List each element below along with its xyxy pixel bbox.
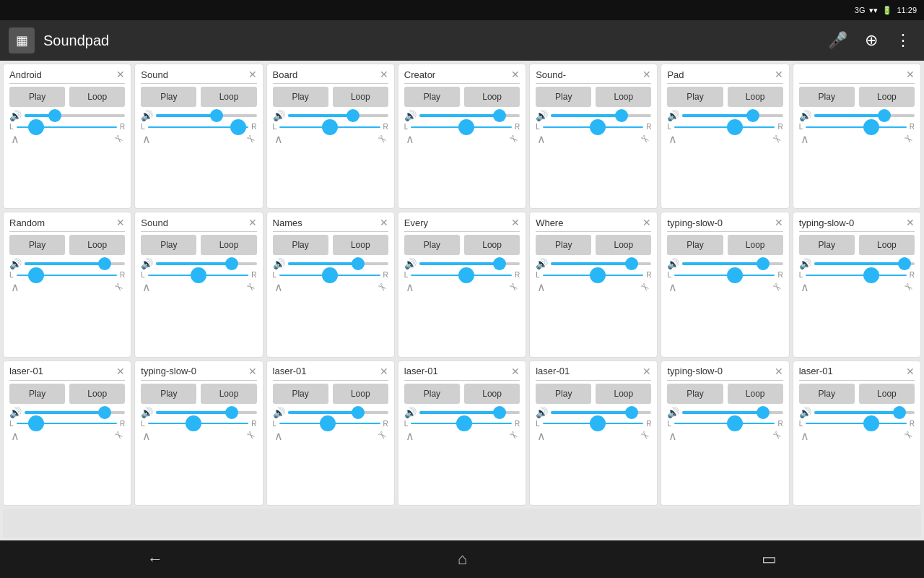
volume-track[interactable]: [419, 411, 520, 414]
pan-track[interactable]: [806, 275, 907, 276]
pin-icon[interactable]: ✂: [902, 428, 916, 443]
close-button[interactable]: ✕: [906, 69, 915, 80]
pan-track[interactable]: [411, 275, 512, 276]
expand-icon[interactable]: ∧: [11, 429, 19, 443]
pan-thumb[interactable]: [727, 267, 743, 283]
play-button[interactable]: Play: [536, 384, 591, 404]
volume-thumb[interactable]: [615, 109, 628, 122]
pin-icon[interactable]: ✂: [902, 132, 916, 147]
pan-track[interactable]: [148, 423, 248, 424]
pan-thumb[interactable]: [458, 119, 474, 135]
pan-thumb[interactable]: [28, 267, 44, 283]
volume-thumb[interactable]: [352, 257, 365, 270]
expand-icon[interactable]: ∧: [537, 429, 546, 443]
play-button[interactable]: Play: [141, 235, 196, 255]
volume-thumb[interactable]: [746, 109, 759, 122]
pin-icon[interactable]: ✂: [244, 132, 258, 147]
volume-thumb[interactable]: [48, 109, 61, 122]
play-button[interactable]: Play: [273, 87, 328, 107]
close-button[interactable]: ✕: [775, 217, 783, 228]
expand-icon[interactable]: ∧: [801, 132, 809, 146]
loop-button[interactable]: Loop: [728, 384, 783, 404]
play-button[interactable]: Play: [273, 235, 328, 255]
play-button[interactable]: Play: [536, 87, 591, 107]
loop-button[interactable]: Loop: [333, 87, 388, 107]
volume-thumb[interactable]: [493, 406, 506, 419]
pan-track[interactable]: [279, 126, 380, 128]
expand-icon[interactable]: ∧: [668, 280, 677, 294]
pan-track[interactable]: [17, 126, 117, 128]
pin-icon[interactable]: ✂: [375, 428, 390, 443]
pin-icon[interactable]: ✂: [112, 280, 126, 295]
play-button[interactable]: Play: [9, 87, 65, 107]
loop-button[interactable]: Loop: [201, 87, 256, 107]
volume-track[interactable]: [682, 411, 783, 414]
pan-track[interactable]: [148, 126, 248, 128]
expand-icon[interactable]: ∧: [406, 280, 414, 294]
volume-track[interactable]: [156, 114, 256, 117]
pin-icon[interactable]: ✂: [244, 280, 258, 295]
volume-track[interactable]: [551, 114, 651, 117]
pin-icon[interactable]: ✂: [507, 428, 521, 443]
loop-button[interactable]: Loop: [464, 384, 520, 404]
pan-thumb[interactable]: [863, 267, 879, 283]
expand-icon[interactable]: ∧: [406, 132, 414, 146]
loop-button[interactable]: Loop: [596, 87, 651, 107]
loop-button[interactable]: Loop: [464, 235, 520, 255]
pan-track[interactable]: [411, 423, 512, 424]
volume-thumb[interactable]: [98, 257, 111, 270]
loop-button[interactable]: Loop: [333, 384, 388, 404]
pan-track[interactable]: [411, 126, 512, 128]
pin-icon[interactable]: ✂: [244, 428, 258, 443]
pin-icon[interactable]: ✂: [112, 132, 126, 147]
loop-button[interactable]: Loop: [69, 384, 125, 404]
pan-thumb[interactable]: [320, 415, 336, 431]
loop-button[interactable]: Loop: [201, 235, 256, 255]
volume-thumb[interactable]: [625, 406, 638, 419]
play-button[interactable]: Play: [667, 235, 723, 255]
volume-thumb[interactable]: [757, 257, 770, 270]
pan-track[interactable]: [806, 423, 907, 424]
menu-button[interactable]: ⋮: [891, 27, 915, 54]
volume-thumb[interactable]: [493, 109, 506, 122]
volume-track[interactable]: [814, 262, 915, 265]
volume-track[interactable]: [288, 114, 388, 117]
volume-thumb[interactable]: [210, 109, 223, 122]
close-button[interactable]: ✕: [116, 69, 125, 80]
volume-track[interactable]: [551, 411, 651, 414]
pin-icon[interactable]: ✂: [639, 280, 653, 295]
volume-track[interactable]: [814, 114, 915, 117]
close-button[interactable]: ✕: [380, 366, 388, 377]
close-button[interactable]: ✕: [380, 69, 388, 80]
expand-icon[interactable]: ∧: [142, 429, 151, 443]
volume-thumb[interactable]: [878, 109, 891, 122]
play-button[interactable]: Play: [141, 87, 196, 107]
close-button[interactable]: ✕: [248, 217, 257, 228]
loop-button[interactable]: Loop: [859, 87, 915, 107]
pan-thumb[interactable]: [863, 415, 879, 431]
pan-track[interactable]: [674, 126, 775, 128]
pan-track[interactable]: [279, 275, 380, 276]
pin-icon[interactable]: ✂: [639, 428, 653, 443]
expand-icon[interactable]: ∧: [142, 132, 151, 146]
pan-thumb[interactable]: [28, 119, 44, 135]
pan-thumb[interactable]: [458, 267, 474, 283]
expand-icon[interactable]: ∧: [668, 429, 677, 443]
volume-track[interactable]: [288, 262, 388, 265]
pin-icon[interactable]: ✂: [770, 132, 785, 147]
play-button[interactable]: Play: [799, 87, 855, 107]
volume-track[interactable]: [814, 411, 915, 414]
close-button[interactable]: ✕: [775, 69, 783, 80]
play-button[interactable]: Play: [536, 235, 591, 255]
volume-thumb[interactable]: [346, 109, 359, 122]
play-button[interactable]: Play: [404, 235, 460, 255]
loop-button[interactable]: Loop: [333, 235, 388, 255]
pan-thumb[interactable]: [863, 119, 879, 135]
pan-thumb[interactable]: [322, 267, 338, 283]
expand-icon[interactable]: ∧: [801, 429, 809, 443]
volume-thumb[interactable]: [898, 257, 911, 270]
close-button[interactable]: ✕: [380, 217, 388, 228]
pan-track[interactable]: [279, 423, 380, 424]
volume-track[interactable]: [156, 411, 256, 414]
volume-track[interactable]: [419, 262, 520, 265]
